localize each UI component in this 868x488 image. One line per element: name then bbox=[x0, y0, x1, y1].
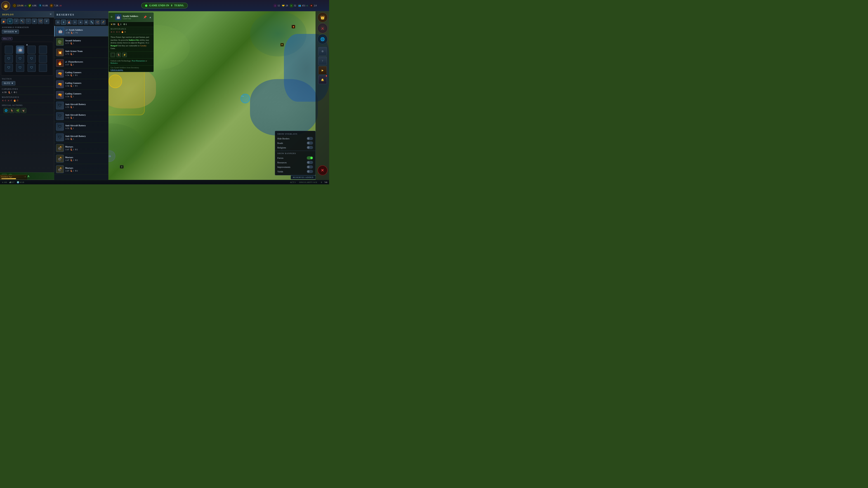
reserve-item-mortar-1[interactable]: 💣 Mortars ⚔47 👢1 ⚙2 bbox=[54, 143, 108, 153]
slot-shield-2[interactable]: 🛡 bbox=[16, 55, 24, 63]
sp-icon-3[interactable]: 🌿 bbox=[16, 108, 20, 113]
reserve-item-gatling-1[interactable]: 🔫 Gatling Gunners ⚔54 👢1 ⚙1 bbox=[54, 68, 108, 79]
filter-siege[interactable]: 💣 bbox=[101, 20, 105, 25]
naval-unit-marker[interactable]: 〜 bbox=[241, 94, 250, 103]
g2-move-val: 1 bbox=[73, 85, 74, 87]
tech-link-1[interactable]: Post-Humanism bbox=[132, 60, 145, 62]
cancel-action-btn[interactable]: ✕ bbox=[318, 165, 328, 175]
m1-move-val: 1 bbox=[73, 149, 74, 151]
click-to-assign[interactable]: Click to assign. bbox=[111, 69, 123, 71]
religions-toggle[interactable] bbox=[307, 146, 313, 149]
slot-unit-1[interactable]: 🤖 bbox=[16, 46, 24, 54]
diplomacy-btn[interactable]: 🌐 bbox=[318, 34, 328, 44]
reserve-item-gatling-2[interactable]: 🔫 Gatling Gunners ⚔54 👢1 ⚙1 bbox=[54, 79, 108, 90]
filter-special[interactable]: ★ bbox=[78, 20, 83, 25]
btn-move[interactable]: ↗ bbox=[13, 19, 19, 24]
btn-build[interactable]: 🔨 bbox=[20, 19, 25, 24]
tactics-dropdown[interactable]: BLITZ ▼ bbox=[2, 81, 16, 86]
gear-m3: ⚙ bbox=[75, 170, 76, 172]
reserve-item-aa-3[interactable]: 🛡 Anti-Aircraft Battery ⚔53 👢1 bbox=[54, 122, 108, 132]
filter-all[interactable]: ⊞ bbox=[55, 20, 60, 25]
filter-naval[interactable]: ⛵ bbox=[67, 20, 72, 25]
slot-empty-5[interactable] bbox=[39, 64, 47, 72]
reserve-item-aa-4[interactable]: 🛡 Anti-Aircraft Battery ⚔53 👢1 bbox=[54, 132, 108, 143]
close-icon[interactable]: ✕ bbox=[50, 13, 52, 16]
slot-shield-6[interactable]: 🛡 bbox=[28, 64, 36, 72]
reserve-item-flame[interactable]: 🔥 x5 Flamethrowers ⚔ 57 👢 1 bbox=[54, 58, 108, 68]
btn-ranged[interactable]: 🏹 bbox=[38, 19, 43, 24]
cavalry-unit-marker[interactable] bbox=[108, 74, 122, 88]
flame-icon: 🔥 bbox=[58, 61, 62, 65]
bell-icon: 🔔 bbox=[321, 78, 324, 81]
tooltip-unit-name: Synth Soldiers bbox=[123, 15, 138, 18]
maint-icon-t2: ⚔ bbox=[116, 31, 118, 33]
tooltip-stats: ⚔ 99 👢 1 ⚙ 1 bbox=[109, 22, 153, 27]
btn-disband[interactable]: ✗ bbox=[44, 19, 49, 24]
sp-icon-4[interactable]: 🦅 bbox=[21, 108, 26, 113]
slot-shield-3[interactable]: 🛡 bbox=[28, 55, 36, 63]
maint-r3-t: -5 bbox=[124, 31, 126, 33]
gatling-portrait-1: 🔫 bbox=[56, 70, 64, 77]
sp-icon-1[interactable]: 🌐 bbox=[4, 108, 8, 113]
improvements-toggle[interactable] bbox=[307, 165, 313, 168]
slot-empty-2[interactable] bbox=[28, 46, 36, 54]
filter-civilian[interactable]: 🏛 bbox=[84, 20, 89, 25]
slot-empty-3[interactable] bbox=[39, 46, 47, 54]
settings-icon: ⚙ bbox=[111, 15, 114, 19]
reserve-item-infantry[interactable]: 🪖 Assault Infantry ⚔ 77 👢 1 bbox=[54, 37, 108, 47]
borders-toggle[interactable] bbox=[307, 137, 313, 140]
ability-icon-1: ⚙ bbox=[111, 53, 115, 57]
slot-shield-1[interactable]: 🛡 bbox=[5, 55, 13, 63]
reserves-panel: RESERVES ⊞ 🗡 ⛵ ✈ ★ 🏛 🔧 🏹 💣 🤖 x7 Synth So… bbox=[54, 11, 108, 180]
resources-toggle[interactable] bbox=[307, 161, 313, 164]
m3-move-val: 1 bbox=[73, 170, 74, 172]
player-avatar[interactable]: 🧑 bbox=[1, 1, 10, 10]
tech-link-2[interactable]: Robotics bbox=[111, 62, 118, 64]
civ-avatar-btn[interactable]: 👑 bbox=[318, 12, 328, 22]
reserve-item-mortar-3[interactable]: 💣 Mortars ⚔47 👢1 ⚙2 bbox=[54, 164, 108, 175]
notifications-btn[interactable]: 🔔 bbox=[318, 75, 327, 84]
reserve-item-aa-1[interactable]: 🛡 Anti-Aircraft Battery ⚔53 👢1 bbox=[54, 100, 108, 111]
slot-shield-4[interactable]: 🛡 bbox=[5, 64, 13, 72]
filter-support[interactable]: 🔧 bbox=[89, 20, 94, 25]
btn-fortify[interactable]: ⛺ bbox=[1, 19, 6, 24]
blitz-badge[interactable]: Blitz 2 ✎ bbox=[2, 37, 12, 40]
overlay-yields: Yields bbox=[275, 169, 315, 174]
reserve-item-antitank[interactable]: 💥 Anti-Armor Team ⚔ 72 👢 1 bbox=[54, 47, 108, 58]
slot-empty-1[interactable] bbox=[5, 46, 13, 54]
settings-btn[interactable]: ⚙ bbox=[318, 47, 327, 56]
pin-icon[interactable]: 📌 bbox=[143, 15, 147, 19]
help-btn[interactable]: ? bbox=[318, 57, 327, 65]
left-panel: DEPLOY ✕ ⛺ ⚔ ↗ 🔨 + ★ 🏹 ✗ ASSEMBLE FORMAT… bbox=[0, 11, 54, 180]
btn-special[interactable]: ★ bbox=[32, 19, 37, 24]
forces-toggle[interactable] bbox=[307, 156, 313, 160]
reserve-item-aa-2[interactable]: 🛡 Anti-Aircraft Battery ⚔53 👢1 bbox=[54, 111, 108, 122]
aa2-str-val: 53 bbox=[67, 117, 69, 119]
food-value: 4.8K bbox=[32, 4, 37, 7]
gold-value: 229.8K bbox=[17, 4, 24, 7]
formation-up-icon[interactable]: ▲ bbox=[26, 43, 29, 46]
reserve-item-gatling-3[interactable]: 🔫 Gatling Gunners ⚔54 👢1 bbox=[54, 90, 108, 100]
highlight-ranged: Ranged bbox=[111, 44, 117, 47]
btn-heal[interactable]: + bbox=[26, 19, 31, 24]
gatling-stats-1: ⚔54 👢1 ⚙1 bbox=[65, 74, 106, 76]
filter-land[interactable]: 🗡 bbox=[61, 20, 66, 25]
right-panel: 👑 ⚔ 🌐 ⚙ ? ▶ 🔔 ✕ bbox=[315, 11, 329, 180]
aa4-str: ⚔53 bbox=[65, 138, 69, 140]
filter-air[interactable]: ✈ bbox=[72, 20, 77, 25]
reserve-item-synth[interactable]: 🤖 x7 Synth Soldiers ⚔ 99 👢 1 bbox=[54, 26, 108, 37]
sp-icon-2[interactable]: 🦌 bbox=[9, 108, 14, 113]
reserve-item-mortar-2[interactable]: 💣 Mortars ⚔47 👢1 ⚙2 bbox=[54, 153, 108, 164]
slot-empty-4[interactable] bbox=[39, 55, 47, 63]
yields-toggle[interactable] bbox=[307, 170, 313, 173]
slot-shield-5[interactable]: 🛡 bbox=[16, 64, 24, 72]
bottom-stat-1: ⚔ 0/6 bbox=[2, 181, 7, 184]
filter-ranged[interactable]: 🏹 bbox=[95, 20, 100, 25]
end-turn-btn[interactable]: ▶ bbox=[318, 66, 327, 74]
division-dropdown[interactable]: DIVISION ▼ bbox=[2, 30, 19, 34]
enemy-avatar-btn[interactable]: ⚔ bbox=[318, 23, 328, 33]
btn-attack[interactable]: ⚔ bbox=[7, 19, 13, 24]
roads-toggle[interactable] bbox=[307, 141, 313, 144]
tooltip-up-icon[interactable]: ▲ bbox=[149, 15, 152, 19]
tactics-section: TACTICS BLITZ ▼ bbox=[0, 76, 54, 87]
